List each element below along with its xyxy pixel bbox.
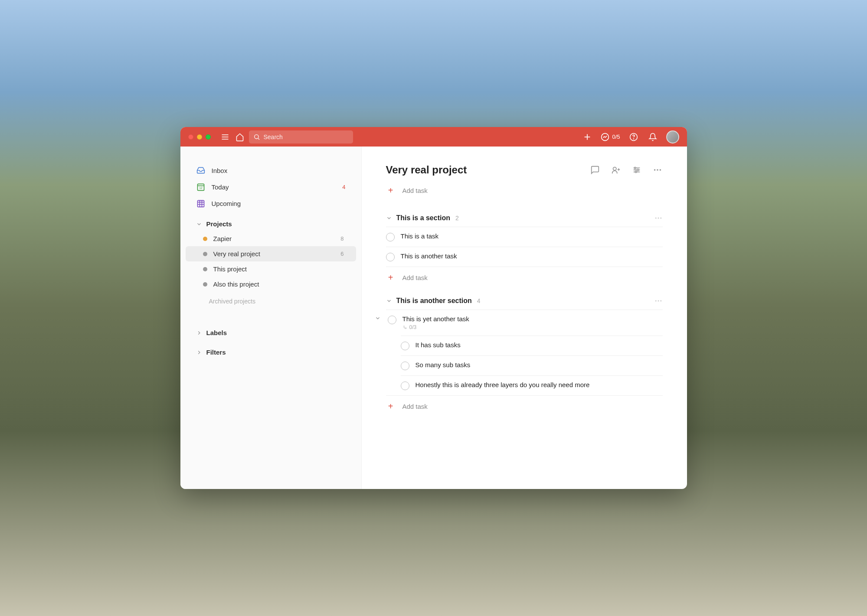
svg-line-4: [258, 138, 259, 140]
project-color-dot: [203, 282, 207, 287]
task-checkbox[interactable]: [401, 342, 409, 350]
productivity-count: 0/5: [612, 134, 620, 140]
sidebar-section-label: Projects: [206, 220, 232, 228]
add-task-button[interactable]: + Add task: [386, 267, 663, 283]
task-title: Honestly this is already three layers do…: [416, 381, 590, 388]
task-section-title: This is a section: [396, 214, 450, 222]
sidebar-section-label: Labels: [206, 329, 227, 336]
project-color-dot: [203, 252, 207, 256]
sidebar-project-item[interactable]: Also this project: [186, 277, 356, 292]
task-title: This is a task: [401, 232, 439, 240]
plus-icon: +: [386, 401, 396, 411]
search-input[interactable]: [264, 134, 349, 140]
maximize-window-button[interactable]: [206, 134, 211, 140]
sidebar-item-upcoming[interactable]: Upcoming: [184, 195, 358, 212]
chevron-down-icon[interactable]: [375, 315, 382, 321]
sidebar-item-today[interactable]: 12 Today 4: [184, 179, 358, 195]
svg-point-30: [655, 218, 656, 219]
svg-point-35: [660, 300, 661, 302]
add-task-label: Add task: [402, 274, 428, 281]
productivity-button[interactable]: 0/5: [601, 133, 620, 141]
task-section-count: 2: [455, 215, 459, 222]
topbar-right: 0/5: [582, 130, 679, 143]
svg-point-26: [635, 171, 637, 173]
quick-add-icon[interactable]: [582, 131, 593, 143]
svg-point-9: [633, 138, 634, 139]
task-checkbox[interactable]: [401, 381, 409, 390]
task-section-header[interactable]: This is another section 4: [386, 297, 663, 310]
task-list: This is a task This is another task: [386, 227, 663, 267]
project-header: Very real project: [386, 164, 663, 176]
task-row[interactable]: Honestly this is already three layers do…: [401, 375, 663, 395]
subtask-count: 0/3: [409, 324, 417, 330]
inbox-icon: [196, 166, 206, 175]
minimize-window-button[interactable]: [197, 134, 202, 140]
sidebar-section-filters[interactable]: Filters: [184, 340, 358, 359]
task-checkbox[interactable]: [401, 362, 409, 370]
sidebar-item-inbox[interactable]: Inbox: [184, 162, 358, 179]
productivity-icon: [601, 133, 609, 141]
topbar: 0/5: [180, 127, 687, 147]
section-more-icon[interactable]: [654, 214, 663, 222]
project-name: This project: [213, 265, 247, 273]
view-options-icon[interactable]: [631, 165, 642, 175]
comments-icon[interactable]: [590, 165, 600, 175]
sidebar-item-label: Upcoming: [212, 200, 241, 207]
sidebar-section-projects[interactable]: Projects: [184, 212, 358, 231]
menu-icon[interactable]: [219, 131, 231, 143]
sidebar-project-item[interactable]: This project: [186, 261, 356, 277]
task-section-header[interactable]: This is a section 2: [386, 214, 663, 227]
task-row[interactable]: So many sub tasks: [401, 355, 663, 375]
home-icon[interactable]: [234, 131, 245, 143]
sidebar-project-item[interactable]: Very real project 6: [186, 246, 356, 261]
archived-projects-label: Archived projects: [209, 298, 255, 305]
projects-list: Zapier 8 Very real project 6 This projec…: [184, 231, 358, 292]
sidebar-item-count: 4: [342, 184, 345, 190]
help-icon[interactable]: [628, 131, 639, 143]
task-row[interactable]: This is yet another task 0/3: [386, 310, 663, 336]
chevron-right-icon: [196, 349, 202, 355]
subtask-progress: 0/3: [402, 324, 663, 330]
sidebar-section-label: Filters: [206, 349, 226, 356]
svg-point-29: [659, 169, 661, 171]
task-row[interactable]: This is another task: [386, 247, 663, 267]
task-title: This is yet another task: [402, 315, 469, 323]
chevron-right-icon: [196, 330, 202, 336]
task-row[interactable]: It has sub tasks: [401, 336, 663, 355]
project-color-dot: [203, 267, 207, 271]
subtask-list: It has sub tasks So many sub tasks Hones…: [401, 336, 663, 395]
task-section: This is a section 2 This is a task This …: [386, 214, 663, 283]
project-name: Also this project: [213, 280, 259, 288]
window-controls: [188, 134, 211, 140]
today-icon: 12: [196, 182, 206, 192]
sidebar-section-labels[interactable]: Labels: [184, 320, 358, 340]
task-checkbox[interactable]: [388, 316, 396, 324]
add-task-button[interactable]: + Add task: [386, 396, 663, 411]
section-more-icon[interactable]: [654, 297, 663, 305]
sidebar-project-item[interactable]: Zapier 8: [186, 231, 356, 246]
project-color-dot: [203, 237, 207, 241]
search-icon: [253, 134, 260, 140]
task-checkbox[interactable]: [386, 253, 395, 261]
svg-point-32: [660, 218, 661, 219]
avatar[interactable]: [666, 130, 679, 143]
search-box[interactable]: [249, 130, 353, 143]
task-checkbox[interactable]: [386, 233, 395, 241]
close-window-button[interactable]: [188, 134, 193, 140]
task-row[interactable]: This is a task: [386, 227, 663, 247]
archived-projects-link[interactable]: Archived projects: [184, 292, 358, 308]
body: Inbox 12 Today 4 Upcoming Pr: [180, 147, 687, 489]
add-task-button[interactable]: + Add task: [386, 181, 663, 200]
sidebar-item-label: Inbox: [212, 167, 228, 174]
svg-point-27: [654, 169, 655, 171]
subtask-icon: [402, 325, 408, 330]
svg-text:12: 12: [199, 186, 203, 189]
app-window: 0/5 Inbox 12: [180, 127, 687, 489]
project-name: Very real project: [213, 250, 260, 257]
more-icon[interactable]: [652, 165, 663, 175]
share-icon[interactable]: [611, 165, 621, 175]
notifications-icon[interactable]: [647, 131, 658, 143]
sidebar-item-label: Today: [212, 183, 229, 191]
add-task-label: Add task: [402, 403, 428, 410]
plus-icon: +: [386, 186, 396, 196]
